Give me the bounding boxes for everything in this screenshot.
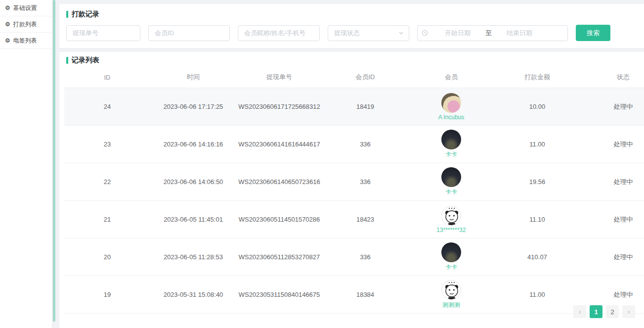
pagination: ‹ 12 › xyxy=(573,305,635,318)
sidebar-item[interactable]: ⚙ 打款列表 xyxy=(0,16,52,33)
member-avatar xyxy=(441,93,461,113)
column-header: 提现单号 xyxy=(236,67,322,88)
status-text: 处理中 xyxy=(614,291,633,298)
cell-amount: 19.56 xyxy=(494,163,580,201)
cell-time: 2023-06-06 14:06:50 xyxy=(150,163,236,201)
column-header: 时间 xyxy=(150,67,236,88)
filter-card-title-text: 打款记录 xyxy=(72,10,99,19)
cell-status: 处理中 xyxy=(580,126,644,163)
cell-member: 卡卡 xyxy=(408,238,494,276)
page-button-1[interactable]: 1 xyxy=(590,305,602,318)
record-list-card: 记录列表 ID时间提现单号会员ID会员打款金额状态 24 2023-06-06 … xyxy=(59,52,644,328)
cell-member: 13*******32 xyxy=(408,201,494,238)
cell-amount: 410.07 xyxy=(494,238,580,276)
sidebar-item-label: 基础设置 xyxy=(13,4,37,12)
clock-icon xyxy=(422,30,428,36)
search-button[interactable]: 搜索 xyxy=(576,25,610,41)
sidebar-item[interactable]: ⚙ 电签列表 xyxy=(0,33,52,49)
column-header: 状态 xyxy=(580,67,644,88)
cell-status: 处理中 xyxy=(580,88,644,126)
scrollbar-thumb[interactable] xyxy=(53,0,55,322)
sidebar-item-label: 打款列表 xyxy=(13,20,37,29)
status-text: 处理中 xyxy=(614,253,633,261)
member-avatar xyxy=(441,206,461,226)
prev-page-button[interactable]: ‹ xyxy=(573,305,586,318)
cell-member-id: 18423 xyxy=(322,201,408,238)
cell-member-id: 18384 xyxy=(322,276,408,314)
cell-time: 2023-06-05 11:45:01 xyxy=(150,201,236,238)
cell-status: 处理中 xyxy=(580,238,644,276)
cell-member-id: 336 xyxy=(322,126,408,163)
member-name-link[interactable]: A Incubus xyxy=(438,114,465,121)
title-marker xyxy=(66,57,68,64)
member-name-link[interactable]: 卡卡 xyxy=(445,188,457,196)
cell-member-id: 336 xyxy=(322,238,408,276)
cell-time: 2023-06-06 17:17:25 xyxy=(150,88,236,126)
cell-order-no: WS20230606171725668312 xyxy=(236,88,322,126)
date-range-picker[interactable]: 至 xyxy=(417,25,568,41)
member-name-link[interactable]: 测测测 xyxy=(442,301,460,309)
member-avatar xyxy=(441,242,461,262)
withdraw-status-select[interactable]: 提现状态 xyxy=(328,25,409,41)
member-id-input[interactable] xyxy=(148,25,230,41)
payment-records-filter-card: 打款记录 提现状态 至 搜索 xyxy=(59,4,644,48)
cell-id: 22 xyxy=(64,163,150,201)
member-avatar xyxy=(441,280,461,300)
gear-icon: ⚙ xyxy=(5,38,10,44)
cell-member: 卡卡 xyxy=(408,163,494,201)
date-range-separator: 至 xyxy=(485,29,492,38)
cell-amount: 11.00 xyxy=(494,276,580,314)
cell-status: 处理中 xyxy=(580,163,644,201)
gear-icon: ⚙ xyxy=(5,21,10,27)
filter-row: 提现状态 至 搜索 xyxy=(66,25,644,41)
cell-id: 24 xyxy=(64,88,150,126)
start-date-input[interactable] xyxy=(430,29,485,37)
cell-amount: 11.00 xyxy=(494,126,580,163)
cell-member: A Incubus xyxy=(408,88,494,126)
cell-order-no: WS20230531150840146675 xyxy=(236,276,322,314)
sidebar-item[interactable]: ⚙ 基础设置 xyxy=(0,0,52,16)
status-text: 处理中 xyxy=(614,178,633,186)
member-avatar xyxy=(441,130,461,149)
cell-member: 测测测 xyxy=(408,276,494,314)
column-header: ID xyxy=(64,67,150,88)
table-row: 24 2023-06-06 17:17:25 WS202306061717256… xyxy=(64,88,644,126)
status-text: 处理中 xyxy=(614,216,633,223)
filter-card-title: 打款记录 xyxy=(66,10,644,19)
member-name-link[interactable]: 卡卡 xyxy=(445,263,457,272)
record-list-title-text: 记录列表 xyxy=(72,56,99,65)
table-row: 20 2023-06-05 11:28:53 WS202306051128532… xyxy=(64,238,644,276)
member-avatar xyxy=(441,167,461,187)
member-info-input[interactable] xyxy=(238,25,320,41)
record-list-title: 记录列表 xyxy=(59,56,644,65)
column-header: 会员 xyxy=(408,67,494,88)
sidebar-item-label: 电签列表 xyxy=(13,37,37,45)
column-header: 会员ID xyxy=(322,67,408,88)
table-header-row: ID时间提现单号会员ID会员打款金额状态 xyxy=(64,67,644,88)
cell-member-id: 18419 xyxy=(322,88,408,126)
table-row: 23 2023-06-06 14:16:16 WS202306061416164… xyxy=(64,126,644,163)
withdraw-order-no-input[interactable] xyxy=(66,25,140,41)
cell-order-no: WS20230606141616444617 xyxy=(236,126,322,163)
cell-time: 2023-06-06 14:16:16 xyxy=(150,126,236,163)
sidebar: ⚙ 基础设置 ⚙ 打款列表 ⚙ 电签列表 xyxy=(0,0,52,328)
status-text: 处理中 xyxy=(614,141,633,148)
cell-status: 处理中 xyxy=(580,201,644,238)
page-button-2[interactable]: 2 xyxy=(606,305,619,318)
cell-amount: 10.00 xyxy=(494,88,580,126)
table-row: 19 2023-05-31 15:08:40 WS202305311508401… xyxy=(64,276,644,314)
cell-id: 21 xyxy=(64,201,150,238)
cell-id: 20 xyxy=(64,238,150,276)
table-row: 21 2023-06-05 11:45:01 WS202306051145015… xyxy=(64,201,644,238)
cell-id: 19 xyxy=(64,276,150,314)
next-page-button[interactable]: › xyxy=(622,305,635,318)
cell-amount: 11.10 xyxy=(494,201,580,238)
member-name-link[interactable]: 13*******32 xyxy=(436,227,466,234)
status-select-placeholder: 提现状态 xyxy=(334,29,360,38)
status-text: 处理中 xyxy=(614,103,633,110)
member-name-link[interactable]: 卡卡 xyxy=(445,150,457,159)
end-date-input[interactable] xyxy=(492,29,547,37)
column-header: 打款金额 xyxy=(494,67,580,88)
cell-member-id: 336 xyxy=(322,163,408,201)
cell-time: 2023-05-31 15:08:40 xyxy=(150,276,236,314)
